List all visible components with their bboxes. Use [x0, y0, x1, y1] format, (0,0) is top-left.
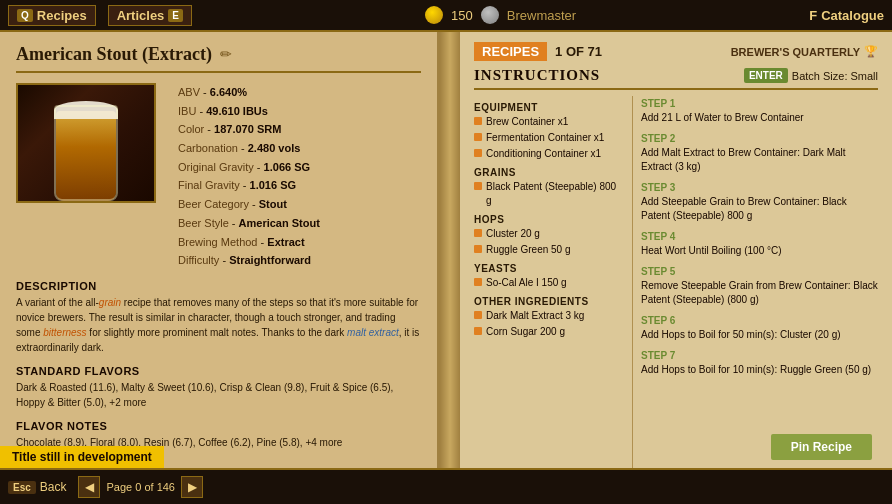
page-nav: ◀ Page 0 of 146 ▶: [78, 476, 203, 498]
equipment-header: EQUIPMENT: [474, 102, 624, 113]
equipment-item-2: Fermentation Container x1: [474, 131, 624, 145]
instructions-cols: EQUIPMENT Brew Container x1 Fermentation…: [474, 96, 878, 478]
other-ingredients-header: OTHER INGREDIENTS: [474, 296, 624, 307]
main-content: American Stout (Extract) ✏ ABV - 6.640% …: [0, 32, 892, 504]
brewing-method-stat: Brewing Method - Extract: [178, 233, 320, 252]
catalogue-tab[interactable]: F Catalogue: [809, 8, 884, 23]
right-page: RECIPES 1 OF 71 BREWER'S QUARTERLY 🏆 INS…: [460, 32, 892, 504]
stats-block: ABV - 6.640% IBU - 49.610 IBUs Color - 1…: [178, 83, 320, 270]
top-bar-center: 150 Brewmaster: [204, 6, 797, 24]
description-text: A variant of the all-grain recipe that r…: [16, 295, 421, 355]
fg-value: 1.016 SG: [250, 179, 296, 191]
batch-size-bar: ENTER Batch Size: Small: [744, 68, 878, 83]
instructions-bar: INSTRUCTIONS ENTER Batch Size: Small: [474, 67, 878, 90]
grains-header: GRAINS: [474, 167, 624, 178]
bullet-icon: [474, 245, 482, 253]
step-label: STEP 7: [641, 348, 878, 363]
beer-category-stat: Beer Category - Stout: [178, 195, 320, 214]
top-bar: Q Recipes Articles E 150 Brewmaster F Ca…: [0, 0, 892, 32]
ibu-stat: IBU - 49.610 IBUs: [178, 102, 320, 121]
step-text: Add Hops to Boil for 50 min(s): Cluster …: [641, 328, 878, 342]
bullet-icon: [474, 117, 482, 125]
step-text: Add Steepable Grain to Brew Container: B…: [641, 195, 878, 223]
yeasts-item-1: So-Cal Ale I 150 g: [474, 276, 624, 290]
step-label: STEP 4: [641, 229, 878, 244]
brewing-method-value: Extract: [267, 236, 304, 248]
other-ingredients-item-2: Corn Sugar 200 g: [474, 325, 624, 339]
ibu-value: 49.610 IBUs: [206, 105, 268, 117]
steps-col: STEP 1Add 21 L of Water to Brew Containe…: [632, 96, 878, 478]
bullet-icon: [474, 278, 482, 286]
pin-recipe-button[interactable]: Pin Recipe: [771, 434, 872, 460]
bottom-left: Esc Back ◀ Page 0 of 146 ▶: [0, 476, 211, 498]
carbonation-stat: Carbonation - 2.480 vols: [178, 139, 320, 158]
abv-value: 6.640%: [210, 86, 247, 98]
og-value: 1.066 SG: [264, 161, 310, 173]
step-label: STEP 5: [641, 264, 878, 279]
back-label: Back: [40, 480, 67, 494]
prev-page-button[interactable]: ◀: [78, 476, 100, 498]
step-text: Remove Steepable Grain from Brew Contain…: [641, 279, 878, 307]
step-1: STEP 1Add 21 L of Water to Brew Containe…: [641, 96, 878, 125]
batch-size-text: Batch Size: Small: [792, 70, 878, 82]
color-stat: Color - 187.070 SRM: [178, 120, 320, 139]
enter-badge: ENTER: [744, 68, 788, 83]
recipes-header: RECIPES 1 OF 71 BREWER'S QUARTERLY 🏆: [474, 42, 878, 61]
trophy-icon: 🏆: [864, 45, 878, 58]
bottom-bar: Esc Back ◀ Page 0 of 146 ▶ Title still i…: [0, 468, 892, 504]
beer-image: [16, 83, 156, 203]
bullet-icon: [474, 149, 482, 157]
beer-style-stat: Beer Style - American Stout: [178, 214, 320, 233]
step-label: STEP 6: [641, 313, 878, 328]
step-text: Add Malt Extract to Brew Container: Dark…: [641, 146, 878, 174]
step-label: STEP 3: [641, 180, 878, 195]
catalogue-label: Catalogue: [821, 8, 884, 23]
esc-badge: Esc: [8, 481, 36, 494]
carbonation-value: 2.480 vols: [248, 142, 301, 154]
brewers-quarterly: BREWER'S QUARTERLY 🏆: [731, 45, 878, 58]
step-2: STEP 2Add Malt Extract to Brew Container…: [641, 131, 878, 174]
bullet-icon: [474, 133, 482, 141]
page-text: Page 0 of 146: [106, 481, 175, 493]
recipes-tab-label: Recipes: [37, 8, 87, 23]
step-4: STEP 4Heat Wort Until Boiling (100 °C): [641, 229, 878, 258]
beer-style-value: American Stout: [239, 217, 320, 229]
standard-flavors-text: Dark & Roasted (11.6), Malty & Sweet (10…: [16, 380, 421, 410]
recipes-counter: 1 OF 71: [555, 44, 602, 59]
bullet-icon: [474, 182, 482, 190]
step-6: STEP 6Add Hops to Boil for 50 min(s): Cl…: [641, 313, 878, 342]
catalogue-key: F: [809, 8, 817, 23]
hops-item-2: Ruggle Green 50 g: [474, 243, 624, 257]
coin-count: 150: [451, 8, 473, 23]
recipes-key: Q: [17, 9, 33, 22]
step-label: STEP 2: [641, 131, 878, 146]
description-header: DESCRIPTION: [16, 280, 421, 292]
step-3: STEP 3Add Steepable Grain to Brew Contai…: [641, 180, 878, 223]
edit-icon[interactable]: ✏: [220, 46, 232, 63]
next-page-button[interactable]: ▶: [181, 476, 203, 498]
standard-flavors-header: STANDARD FLAVORS: [16, 365, 421, 377]
bullet-icon: [474, 229, 482, 237]
brewmaster-label: Brewmaster: [507, 8, 576, 23]
fg-stat: Final Gravity - 1.016 SG: [178, 176, 320, 195]
articles-tab[interactable]: Articles E: [108, 5, 192, 26]
other-ingredients-item-1: Dark Malt Extract 3 kg: [474, 309, 624, 323]
recipe-title: American Stout (Extract): [16, 44, 212, 65]
dev-notice: Title still in development: [0, 446, 164, 468]
hops-item-1: Cluster 20 g: [474, 227, 624, 241]
step-text: Heat Wort Until Boiling (100 °C): [641, 244, 878, 258]
instructions-title: INSTRUCTIONS: [474, 67, 600, 84]
yeasts-header: YEASTS: [474, 263, 624, 274]
beer-category-value: Stout: [259, 198, 287, 210]
coin-icon: [425, 6, 443, 24]
brewmaster-coin-icon: [481, 6, 499, 24]
recipes-badge: RECIPES: [474, 42, 547, 61]
recipes-tab[interactable]: Q Recipes: [8, 5, 96, 26]
step-7: STEP 7Add Hops to Boil for 10 min(s): Ru…: [641, 348, 878, 377]
equipment-item-3: Conditioning Container x1: [474, 147, 624, 161]
left-page: American Stout (Extract) ✏ ABV - 6.640% …: [0, 32, 440, 504]
step-text: Add 21 L of Water to Brew Container: [641, 111, 878, 125]
step-label: STEP 1: [641, 96, 878, 111]
articles-tab-label: Articles: [117, 8, 165, 23]
difficulty-value: Straightforward: [229, 254, 311, 266]
